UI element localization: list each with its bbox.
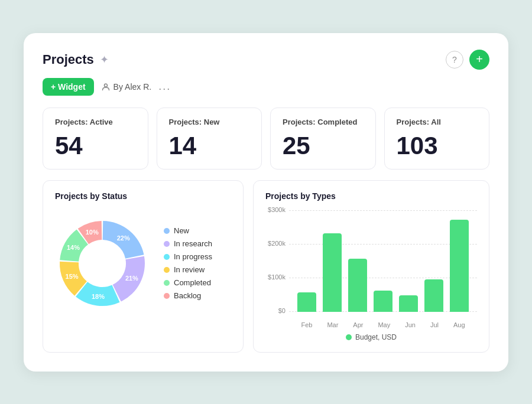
svg-point-0 — [104, 84, 107, 87]
stat-grid: Projects: Active 54 Projects: New 14 Pro… — [43, 107, 489, 170]
x-axis-label: Jul — [430, 321, 439, 328]
legend-label: New — [174, 226, 189, 235]
header-left: Projects ✦ — [43, 52, 109, 67]
donut-chart-title: Projects by Status — [55, 191, 231, 201]
x-axis-label: Jun — [405, 321, 416, 328]
legend-item: New — [164, 226, 212, 235]
bar-chart-card: Projects by Types $300k$200k$100k$0 FebM… — [253, 180, 489, 353]
stat-value: 103 — [397, 133, 478, 158]
legend-dot — [164, 241, 170, 247]
bars-row — [289, 210, 477, 312]
bar-group — [374, 291, 392, 312]
bar — [374, 291, 392, 312]
donut-svg: 22%21%18%15%14%10% — [55, 216, 150, 311]
legend-label: In progress — [174, 252, 212, 261]
donut-legend: New In research In progress In review Co… — [164, 226, 212, 300]
legend-dot — [164, 280, 170, 286]
legend-label: In review — [174, 265, 205, 274]
legend-dot — [164, 293, 170, 299]
bar-group — [348, 259, 367, 312]
bar-group — [424, 279, 443, 312]
x-axis-label: May — [378, 321, 390, 328]
donut-segment-label: 10% — [86, 228, 99, 235]
stat-label: Projects: All — [397, 118, 478, 126]
legend-dot — [164, 228, 170, 234]
stat-label: Projects: New — [169, 118, 250, 126]
bar-legend-dot — [346, 334, 352, 340]
stat-value: 14 — [169, 133, 250, 158]
donut-section: 22%21%18%15%14%10% New In research In pr… — [55, 210, 231, 317]
donut-wrap: 22%21%18%15%14%10% — [55, 216, 150, 311]
add-button[interactable]: + — [469, 50, 489, 70]
stat-label: Projects: Active — [55, 118, 136, 126]
stat-label: Projects: Completed — [283, 118, 364, 126]
bar — [399, 295, 418, 312]
x-axis-label: Aug — [453, 321, 465, 328]
header: Projects ✦ ? + — [43, 50, 489, 70]
bar-group — [323, 233, 342, 312]
bar-group — [450, 220, 469, 312]
main-card: Projects ✦ ? + + Widget By Alex R. ... P… — [24, 33, 508, 372]
stat-value: 54 — [55, 133, 136, 158]
bar — [450, 220, 469, 312]
bar — [297, 292, 316, 312]
legend-item: Backlog — [164, 291, 212, 300]
gridline-label: $0 — [263, 307, 286, 314]
donut-segment-label: 22% — [117, 234, 130, 241]
user-icon — [101, 82, 111, 92]
gridline-label: $200k — [263, 240, 286, 247]
donut-segment-label: 15% — [66, 273, 79, 280]
page-title: Projects — [43, 52, 94, 67]
stat-card: Projects: Active 54 — [43, 107, 148, 170]
bar — [323, 233, 342, 312]
bar-legend-label: Budget, USD — [355, 333, 397, 341]
legend-item: Completed — [164, 278, 212, 287]
stat-value: 25 — [283, 133, 364, 158]
bar — [348, 259, 367, 312]
legend-item: In review — [164, 265, 212, 274]
stat-card: Projects: Completed 25 — [270, 107, 376, 170]
donut-segment-label: 14% — [67, 244, 80, 251]
bar-chart-title: Projects by Types — [265, 191, 477, 201]
stat-card: Projects: New 14 — [157, 107, 262, 170]
author-label: By Alex R. — [113, 82, 152, 92]
legend-item: In research — [164, 239, 212, 248]
legend-label: Completed — [174, 278, 211, 287]
gridline-label: $100k — [263, 273, 286, 281]
x-axis-label: Feb — [301, 321, 312, 328]
toolbar: + Widget By Alex R. ... — [43, 78, 489, 96]
legend-label: In research — [174, 239, 212, 248]
legend-label: Backlog — [174, 291, 201, 300]
header-right: ? + — [446, 50, 489, 70]
donut-chart-card: Projects by Status 22%21%18%15%14%10% Ne… — [43, 180, 244, 353]
donut-segment-label: 18% — [92, 292, 105, 299]
legend-item: In progress — [164, 252, 212, 261]
legend-dot — [164, 267, 170, 273]
help-button[interactable]: ? — [446, 51, 463, 69]
bar-chart-area: $300k$200k$100k$0 FebMarAprMayJunJulAug — [265, 210, 477, 328]
bar — [424, 279, 443, 312]
bar-group — [297, 292, 316, 312]
pin-icon[interactable]: ✦ — [100, 53, 109, 66]
x-axis-label: Apr — [353, 321, 363, 328]
more-button[interactable]: ... — [158, 80, 171, 93]
legend-dot — [164, 254, 170, 260]
bar-legend: Budget, USD — [265, 333, 477, 341]
widget-button[interactable]: + Widget — [43, 78, 94, 96]
gridline-label: $300k — [263, 206, 286, 213]
charts-row: Projects by Status 22%21%18%15%14%10% Ne… — [43, 180, 489, 353]
x-axis-labels: FebMarAprMayJunJulAug — [289, 319, 477, 328]
bar-group — [399, 295, 418, 312]
stat-card: Projects: All 103 — [384, 107, 490, 170]
donut-segment-label: 21% — [125, 275, 138, 282]
x-axis-label: Mar — [327, 321, 338, 328]
author-filter: By Alex R. — [101, 82, 152, 92]
